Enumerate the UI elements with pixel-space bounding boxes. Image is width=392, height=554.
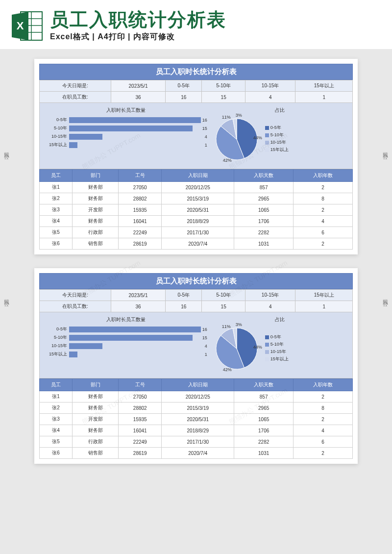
table-cell: 15935: [119, 204, 162, 216]
table-row: 张5行政部222492017/1/3022826: [40, 436, 353, 448]
table-cell: 28802: [119, 193, 162, 204]
pie-slice-label: 11%: [222, 115, 231, 120]
pie-slice-label: 44%: [253, 135, 262, 140]
legend-item: 5-10年: [265, 341, 289, 348]
table-cell: 6: [294, 227, 353, 238]
table-cell: 财务部: [73, 216, 119, 227]
sheet: 员工入职时长统计分析表 今天日期是: 2023/5/1 0-5年5-10年10-…: [34, 59, 358, 254]
bar-row: 10-15年 4: [45, 343, 207, 349]
bar-chart: 入职时长员工数量 0-5年 16 5-10年 15 10-15年 4 15年以上…: [45, 107, 207, 164]
document-area: 员工入职时长统计分析表 今天日期是: 2023/5/1 0-5年5-10年10-…: [0, 49, 392, 492]
bar-category: 0-5年: [45, 326, 69, 332]
table-cell: 27050: [119, 182, 162, 193]
table-header: 入职天数: [234, 170, 294, 182]
page-title: 员工入职统计分析表: [50, 10, 382, 30]
table-cell: 张6: [40, 448, 73, 459]
chart-panel: 入职时长员工数量 0-5年 16 5-10年 15 10-15年 4 15年以上…: [39, 312, 353, 378]
table-cell: 张4: [40, 425, 73, 436]
bucket-header: 10-15年: [245, 290, 295, 301]
table-cell: 张2: [40, 193, 73, 204]
table-cell: 2018/8/29: [162, 216, 234, 227]
table-cell: 857: [234, 391, 294, 403]
bar-row: 0-5年 16: [45, 326, 207, 332]
table-cell: 1065: [234, 414, 294, 425]
pie-slice-label: 11%: [222, 324, 231, 329]
table-cell: 销售部: [73, 238, 119, 250]
bucket-header: 0-5年: [166, 290, 202, 301]
table-header: 入职天数: [234, 379, 294, 391]
table-cell: 2: [294, 391, 353, 403]
table-cell: 张6: [40, 238, 73, 250]
table-cell: 张5: [40, 227, 73, 238]
table-row: 张6销售部286192020/7/410312: [40, 448, 353, 459]
table-cell: 2965: [234, 403, 294, 414]
bucket-count: 15: [202, 92, 245, 103]
summary-today: 2023/5/1: [111, 80, 166, 92]
table-cell: 2: [294, 182, 353, 193]
table-cell: 2: [294, 204, 353, 216]
svg-text:X: X: [17, 20, 24, 32]
table-cell: 张3: [40, 204, 73, 216]
legend-item: 0-5年: [265, 334, 289, 340]
pie-legend: 0-5年 5-10年 10-15年 15年以上: [265, 125, 289, 154]
table-cell: 2965: [234, 193, 294, 204]
table-cell: 16041: [119, 425, 162, 436]
summary-today: 2023/5/1: [111, 290, 166, 301]
legend-item: 10-15年: [265, 349, 289, 355]
table-header: 员工: [40, 170, 73, 182]
table-cell: 2020/5/31: [162, 414, 234, 425]
table-cell: 财务部: [73, 403, 119, 414]
pie-chart-title: 占比: [212, 107, 347, 114]
table-cell: 8: [294, 193, 353, 204]
bar-row: 0-5年 16: [45, 117, 207, 123]
bar-value: 1: [203, 352, 207, 357]
pie-slice-label: 3%: [236, 322, 242, 327]
table-cell: 2: [294, 414, 353, 425]
bar-value: 4: [203, 344, 207, 349]
table-cell: 销售部: [73, 448, 119, 459]
pie-slice-label: 42%: [223, 367, 232, 372]
table-row: 张6销售部286192020/7/410312: [40, 238, 353, 250]
summary-total: 36: [111, 301, 166, 312]
table-cell: 2: [294, 448, 353, 459]
bar-row: 5-10年 15: [45, 125, 207, 131]
bucket-header: 5-10年: [202, 290, 245, 301]
table-cell: 22249: [119, 227, 162, 238]
table-cell: 2015/3/19: [162, 403, 234, 414]
summary-total: 36: [111, 92, 166, 103]
table-row: 张2财务部288022015/3/1929658: [40, 403, 353, 414]
summary-label: 在职员工数:: [40, 92, 111, 103]
page-subtitle: Excel格式 | A4打印 | 内容可修改: [50, 32, 382, 42]
table-header: 工号: [119, 170, 162, 182]
table-cell: 1031: [234, 238, 294, 250]
table-cell: 2020/12/25: [162, 391, 234, 403]
table-cell: 财务部: [73, 193, 119, 204]
table-cell: 财务部: [73, 182, 119, 193]
bar-row: 15年以上 1: [45, 142, 207, 148]
employee-table: 员工部门工号入职日期入职天数入职年数 张1财务部270502020/12/258…: [39, 378, 353, 459]
sheet: 员工入职时长统计分析表 今天日期是: 2023/5/1 0-5年5-10年10-…: [34, 268, 358, 464]
table-cell: 张1: [40, 182, 73, 193]
table-cell: 2018/8/29: [162, 425, 234, 436]
table-cell: 22249: [119, 436, 162, 448]
legend-item: 0-5年: [265, 125, 289, 131]
summary-label: 今天日期是:: [40, 290, 111, 301]
bar-category: 5-10年: [45, 334, 69, 341]
table-cell: 16041: [119, 216, 162, 227]
pie-slice-label: 44%: [253, 345, 262, 350]
bucket-count: 1: [295, 92, 353, 103]
table-cell: 857: [234, 182, 294, 193]
bucket-count: 15: [202, 301, 245, 312]
bar-category: 10-15年: [45, 343, 69, 349]
table-cell: 张3: [40, 414, 73, 425]
table-cell: 27050: [119, 391, 162, 403]
table-row: 张5行政部222492017/1/3022826: [40, 227, 353, 238]
table-cell: 4: [294, 425, 353, 436]
table-cell: 1065: [234, 204, 294, 216]
table-row: 张1财务部270502020/12/258572: [40, 391, 353, 403]
table-row: 张1财务部270502020/12/258572: [40, 182, 353, 193]
table-cell: 2: [294, 238, 353, 250]
bar-row: 10-15年 4: [45, 133, 207, 140]
table-cell: 2017/1/30: [162, 436, 234, 448]
table-cell: 2015/3/19: [162, 193, 234, 204]
